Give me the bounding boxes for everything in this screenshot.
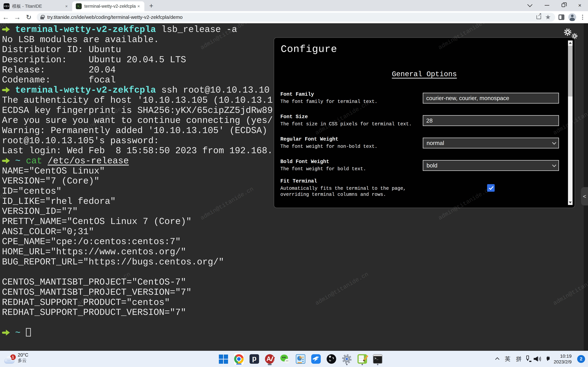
star-icon <box>545 15 551 20</box>
weather-condition: 多云 <box>18 358 28 363</box>
notepad-plus-icon <box>357 354 367 364</box>
command-prompt-icon <box>373 354 382 364</box>
new-tab-button[interactable]: + <box>147 1 156 10</box>
restore-button[interactable] <box>555 0 571 10</box>
config-rows: Font FamilyThe font family for terminal … <box>274 87 575 199</box>
config-row-bold-font-weight: Bold Font WeightThe font weight for bold… <box>280 154 559 177</box>
chevron-down-icon <box>552 140 556 144</box>
back-button[interactable]: ← <box>0 12 11 22</box>
fit-terminal-label: Fit Terminal <box>280 178 406 184</box>
profile-avatar[interactable] <box>568 13 576 21</box>
close-button[interactable]: × <box>571 0 588 10</box>
lock-icon[interactable] <box>40 17 44 19</box>
configure-dialog: Configure General Options Font FamilyThe… <box>274 37 575 208</box>
clock-widget[interactable]: 10:19 2023/2/9 <box>554 353 571 365</box>
battery-icon[interactable] <box>547 358 548 360</box>
tab-titanide[interactable]: <t> 模板 - TitanIDE × <box>0 1 72 11</box>
prompt-arrow-icon <box>2 87 10 93</box>
titanide-favicon-icon: <t> <box>4 3 9 9</box>
taskbar-icon-windows-start[interactable] <box>218 353 229 365</box>
chevron-down-icon <box>552 163 556 167</box>
dialog-scrollbar[interactable] <box>568 41 573 205</box>
terminal-line: HOME_URL="https://www.centos.org/" <box>2 247 588 257</box>
triangle-up-icon <box>569 42 572 44</box>
running-indicator <box>346 364 348 365</box>
running-indicator <box>268 364 272 365</box>
system-panel-icon <box>296 354 305 364</box>
wechat-icon <box>280 354 290 364</box>
chrome-icon <box>234 354 244 364</box>
font-family-input[interactable] <box>423 93 559 104</box>
tab-title: 模板 - TitanIDE <box>12 3 64 9</box>
general-options-heading: General Options <box>274 70 575 78</box>
taskbar-icon-app-a-red[interactable] <box>264 353 275 365</box>
terminal-settings-gears-icon[interactable] <box>561 27 579 40</box>
taskbar-icon-chrome[interactable] <box>234 353 244 365</box>
browser-tab-strip: <t> 模板 - TitanIDE × >_ terminal-wetty-v2… <box>0 0 588 11</box>
taskbar-icon-app-p[interactable] <box>249 353 259 365</box>
terminal-line: PRETTY_NAME="CentOS Linux 7 (Core)" <box>2 217 588 227</box>
triangle-down-icon <box>569 201 572 203</box>
tab-terminal-wetty[interactable]: >_ terminal-wetty-v2-zekfcpla - T × <box>72 1 144 11</box>
side-panel-button[interactable] <box>557 13 566 22</box>
taskbar-icon-wechat[interactable] <box>280 353 290 365</box>
tray-overflow-chevron-icon[interactable] <box>495 357 499 361</box>
config-row-font-family: Font FamilyThe font family for terminal … <box>280 87 559 109</box>
regular-font-weight-select[interactable]: normal <box>423 138 559 149</box>
web-terminal-page: terminal-wetty-v2-zekfcpla lsb_release -… <box>0 23 588 351</box>
tab-search-button[interactable] <box>522 0 539 10</box>
terminal-line: BUG_REPORT_URL="https://bugs.centos.org/… <box>2 257 588 267</box>
terminal-line: terminal-wetty-v2-zekfcpla lsb_release -… <box>2 25 588 35</box>
running-indicator <box>362 364 363 365</box>
weather-badge: 1 <box>10 354 16 360</box>
fit-terminal-checkbox[interactable] <box>487 184 495 192</box>
terminal-line <box>2 318 588 328</box>
window-controls: × <box>522 0 588 10</box>
language-indicator-en[interactable]: 英 <box>505 355 510 363</box>
terminal-cursor <box>26 328 31 336</box>
share-icon <box>536 15 541 19</box>
taskbar-app-icons <box>218 351 383 367</box>
tray-time: 10:19 <box>554 353 571 359</box>
terminal-line: CENTOS_MANTISBT_PROJECT_VERSION="7" <box>2 287 588 298</box>
collapse-panel-handle[interactable]: < <box>581 187 588 205</box>
font-size-input[interactable] <box>423 115 559 126</box>
settings-gear-icon <box>342 354 352 364</box>
prompt-arrow-icon <box>2 158 10 164</box>
volume-icon[interactable] <box>534 356 542 362</box>
notification-badge[interactable]: 2 <box>577 355 585 363</box>
config-row-font-size: Font SizeThe font size in CSS pixels for… <box>280 109 559 132</box>
scrollbar-thumb[interactable] <box>568 46 573 97</box>
share-button[interactable] <box>534 13 543 22</box>
language-indicator-pinyin[interactable]: 拼 <box>516 355 522 363</box>
taskbar-icon-notepad-plus[interactable] <box>357 353 367 365</box>
network-icon[interactable] <box>527 358 528 360</box>
weather-widget[interactable]: 1 20°C 多云 <box>4 352 28 364</box>
tab-close-icon[interactable]: × <box>64 3 69 9</box>
tab-title: terminal-wetty-v2-zekfcpla - T <box>84 4 136 9</box>
bookmark-button[interactable] <box>543 13 553 22</box>
terminal-line: REDHAT_SUPPORT_PRODUCT="centos" <box>2 298 588 308</box>
taskbar-icon-obs-studio[interactable] <box>326 353 337 365</box>
side-panel-icon <box>558 14 564 20</box>
bold-font-weight-select[interactable]: bold <box>423 160 559 171</box>
config-row-regular-font-weight: Regular Font WeightThe font weight for n… <box>280 132 559 154</box>
app-p-icon <box>250 354 259 364</box>
url-text[interactable]: try.titanide.cn/ide/web/coding/terminal-… <box>47 14 534 20</box>
fit-terminal-description: Automatically fits the terminal to the p… <box>280 185 406 198</box>
terminal-line: CPE_NAME="cpe:/o:centos:centos:7" <box>2 237 588 247</box>
reload-button[interactable]: ↻ <box>23 12 35 22</box>
taskbar-icon-system-panel[interactable] <box>295 353 306 365</box>
minimize-button[interactable] <box>539 0 555 10</box>
taskbar-icon-command-prompt[interactable] <box>372 353 383 365</box>
forward-button[interactable]: → <box>11 12 23 22</box>
scroll-up-button[interactable] <box>568 41 573 45</box>
app-a-red-icon <box>265 354 275 364</box>
browser-menu-button[interactable] <box>579 13 587 22</box>
url-bar[interactable]: try.titanide.cn/ide/web/coding/terminal-… <box>37 13 555 22</box>
taskbar-icon-dingtalk[interactable] <box>311 353 321 365</box>
browser-toolbar: ← → ↻ try.titanide.cn/ide/web/coding/ter… <box>0 11 588 23</box>
tab-close-icon[interactable]: × <box>136 3 141 9</box>
taskbar-icon-settings-gear[interactable] <box>342 353 352 365</box>
scroll-down-button[interactable] <box>568 200 573 205</box>
